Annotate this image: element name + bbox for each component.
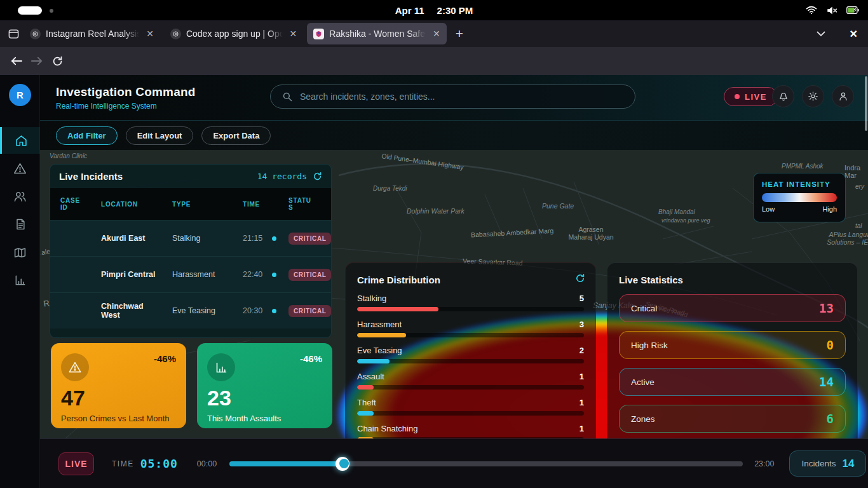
refresh-icon[interactable] (313, 172, 322, 181)
legend-gradient-bar (762, 193, 837, 202)
bar-fill (357, 307, 438, 311)
system-clock[interactable]: Apr 11 2:30 PM (0, 0, 868, 20)
col-status: STATUS (288, 197, 311, 211)
map-label: Vardan Clinic (50, 152, 87, 159)
timeline-end: 23:00 (754, 459, 774, 468)
status-dot (272, 273, 276, 277)
timeline-thumb[interactable] (336, 457, 349, 471)
search-bar[interactable] (270, 85, 635, 109)
forward-button[interactable] (27, 51, 47, 71)
crime-distribution-panel: Crime Distribution Stalking5 Harassment3… (345, 262, 596, 438)
map-label: Pune Gate (542, 202, 574, 210)
search-icon (282, 92, 292, 102)
bar-fill (357, 333, 406, 337)
bar-track (357, 307, 584, 311)
live-incidents-panel: Live Incidents 14 records CASE ID LOCATI… (50, 164, 332, 338)
delta-badge: -46% (300, 353, 322, 364)
avatar[interactable]: R (9, 84, 31, 106)
timeline-slider[interactable] (229, 461, 743, 466)
battery-icon[interactable] (846, 6, 859, 15)
stat-pill-critical[interactable]: Critical 13 (619, 294, 846, 322)
dist-row: Chain Snatching1 (357, 424, 584, 438)
map-label: ery (855, 183, 864, 190)
settings-button[interactable] (802, 85, 824, 107)
time-value: 05:00 (140, 457, 178, 470)
map-label: Agrasen Maharaj Udyan (562, 226, 620, 241)
stat-value: 47 (61, 386, 176, 410)
tab-rakshika-active[interactable]: Rakshika - Women Safet ✕ (307, 23, 446, 44)
col-case-id: CASE ID (60, 197, 83, 211)
tab-title: Rakshika - Women Safet (329, 29, 428, 39)
incidents-counter[interactable]: Incidents 14 (789, 451, 866, 477)
map-label: Dolphin Water Park (407, 207, 465, 215)
tab-instagram-reel-analysis[interactable]: Instagram Reel Analysis ✕ (24, 23, 160, 44)
system-time: 2:30 PM (437, 5, 473, 16)
timeline-progress (229, 461, 342, 466)
notifications-button[interactable] (772, 85, 794, 107)
tab-close-icon[interactable]: ✕ (290, 29, 297, 39)
sidebar-item-analytics[interactable] (0, 267, 40, 294)
edit-layout-button[interactable]: Edit Layout (126, 126, 194, 145)
time-label: TIME (112, 459, 134, 468)
tab-codex-app-sign-up[interactable]: Codex app sign up | Ope ✕ (164, 23, 303, 44)
tab-close-icon[interactable]: ✕ (433, 29, 440, 39)
map-label: vrindavan pure veg (661, 217, 710, 224)
back-button[interactable] (6, 51, 27, 71)
heat-intensity-legend: HEAT INTENSITY Low High (753, 173, 846, 222)
profile-button[interactable] (832, 85, 854, 107)
table-row[interactable]: Pimpri Central Harassment 22:40 CRITICAL (50, 256, 331, 292)
legend-low: Low (762, 205, 775, 213)
sidebar-item-people[interactable] (0, 183, 40, 210)
sidebar-item-map[interactable] (0, 239, 40, 266)
bar-fill (357, 385, 374, 390)
stat-pill-high-risk[interactable]: High Risk 0 (619, 331, 846, 359)
col-time: TIME (243, 201, 266, 208)
legend-title: HEAT INTENSITY (762, 180, 837, 188)
map-canvas[interactable]: Vardan ClinicOld Pune–Mumbai HighwayDurg… (40, 150, 868, 438)
file-text-icon (14, 218, 27, 231)
sidebar: R (0, 75, 40, 488)
search-input[interactable] (300, 92, 623, 102)
bar-track (357, 359, 584, 363)
user-icon (838, 91, 848, 102)
system-bar: Apr 11 2:30 PM (0, 0, 868, 20)
page-scrollbar[interactable] (865, 76, 867, 131)
tab-title: Codex app sign up | Ope (186, 29, 285, 39)
tab-close-icon[interactable]: ✕ (146, 29, 154, 39)
reload-button[interactable] (47, 51, 67, 71)
stat-pill-zones[interactable]: Zones 6 (619, 405, 846, 433)
browser-tab-bar: Instagram Reel Analysis ✕ Codex app sign… (0, 20, 868, 47)
sidebar-item-reports[interactable] (0, 211, 40, 238)
bar-track (357, 385, 584, 390)
stat-value: 23 (207, 386, 322, 410)
timeline-live-button[interactable]: LIVE (58, 452, 94, 475)
stat-pill-active[interactable]: Active 14 (619, 368, 846, 396)
dist-row: Stalking5 (357, 294, 584, 311)
map-label: Durga Tekdi (373, 185, 407, 192)
table-row[interactable]: Akurdi East Stalking 21:15 CRITICAL (50, 220, 331, 256)
wifi-icon[interactable] (806, 6, 817, 15)
table-row[interactable]: Chinchwad West Eve Teasing 20:30 CRITICA… (50, 292, 331, 329)
panel-title: Live Statistics (619, 274, 846, 285)
dist-row: Theft1 (357, 398, 584, 416)
filter-bar: Add Filter Edit Layout Export Data (40, 121, 868, 150)
new-tab-button[interactable]: + (456, 26, 463, 41)
live-label: LIVE (745, 92, 767, 102)
tab-list-chevron-icon[interactable] (817, 31, 825, 37)
tab-title: Instagram Reel Analysis (46, 29, 141, 39)
sidebar-item-alerts[interactable] (0, 155, 40, 182)
sidebar-item-home[interactable] (0, 127, 40, 154)
export-data-button[interactable]: Export Data (201, 126, 271, 145)
live-status-badge[interactable]: LIVE (724, 87, 778, 106)
system-date: Apr 11 (395, 5, 424, 16)
add-filter-button[interactable]: Add Filter (56, 126, 118, 145)
firefox-view-icon[interactable] (8, 28, 20, 40)
stat-card-person-crimes[interactable]: -46% 47 Person Crimes vs Last Month (51, 343, 186, 428)
delta-badge: -46% (154, 353, 176, 364)
stat-label: This Month Assaults (207, 414, 322, 423)
stat-card-month-assaults[interactable]: -46% 23 This Month Assaults (197, 343, 332, 428)
bar-chart-icon (207, 353, 235, 381)
refresh-icon[interactable] (575, 273, 585, 283)
volume-muted-icon[interactable] (826, 6, 837, 15)
window-close-icon[interactable]: ✕ (850, 28, 858, 40)
